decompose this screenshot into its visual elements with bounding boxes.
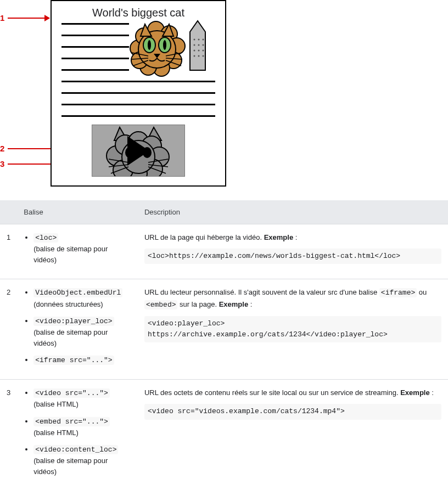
list-item: <loc> (balise de sitemap pour vidéos) — [33, 232, 131, 266]
building-icon — [190, 21, 205, 70]
description-cell: URL des octets de contenu réels sur le s… — [138, 380, 448, 479]
svg-point-7 — [194, 50, 195, 52]
row-number: 2 — [0, 279, 17, 380]
list-item: <video:player_loc> (balise de sitemap po… — [33, 315, 131, 349]
list-item: <iframe src="..."> — [33, 354, 131, 366]
tag-code: <iframe src="..."> — [33, 356, 114, 365]
example-label: Exemple — [219, 300, 248, 308]
svg-point-4 — [194, 44, 195, 46]
column-header-number — [0, 200, 17, 224]
tag-sublabel: (balise de sitemap pour vidéos) — [33, 245, 108, 264]
tag-code: <video:content_loc> — [33, 445, 118, 454]
article-illustration — [122, 16, 215, 77]
list-item: <video:content_loc> (balise de sitemap p… — [33, 444, 131, 477]
example-code: <loc>https://example.com/news/worlds-big… — [144, 249, 441, 264]
list-item: VideoObject.embedUrl (données structurée… — [33, 287, 131, 309]
arrow-icon — [8, 18, 49, 19]
tag-list: <loc> (balise de sitemap pour vidéos) — [24, 232, 131, 266]
description-text: URL de la page qui héberge la vidéo. — [144, 233, 264, 241]
tag-list: <video src="..."> (balise HTML) <embed s… — [24, 387, 131, 479]
inline-code: <embed> — [144, 300, 178, 309]
description-text: URL des octets de contenu réels sur le s… — [144, 388, 400, 397]
tag-sublabel: (balise HTML) — [33, 429, 79, 437]
description-text: URL du lecteur personnalisé. Il s'agit s… — [144, 288, 379, 296]
example-label: Exemple — [264, 233, 293, 241]
column-header-tag: Balise — [17, 200, 138, 224]
row-number: 3 — [0, 380, 17, 479]
svg-point-11 — [198, 55, 200, 57]
annotation-2-number: 2 — [0, 144, 8, 153]
example-code: <video src="videos.example.com/cats/1234… — [144, 404, 441, 419]
svg-point-3 — [203, 39, 204, 41]
svg-point-10 — [194, 55, 195, 57]
row-number: 1 — [0, 224, 17, 279]
list-item: <video src="..."> (balise HTML) — [33, 387, 131, 410]
annotation-3-number: 3 — [0, 159, 8, 168]
svg-point-8 — [198, 50, 200, 52]
tag-sublabel: (balise HTML) — [33, 400, 79, 408]
description-cell: URL de la page qui héberge la vidéo. Exe… — [138, 224, 448, 279]
tag-sublabel: (balise de sitemap pour vidéos) — [33, 328, 108, 347]
column-header-description: Description — [138, 200, 448, 224]
tag-sublabel: (données structurées) — [33, 300, 103, 308]
cat-icon — [130, 21, 185, 76]
play-icon — [127, 136, 149, 166]
table-row: 3 <video src="..."> (balise HTML) <embed… — [0, 380, 448, 479]
video-thumbnail — [92, 125, 185, 177]
description-cell: URL du lecteur personnalisé. Il s'agit s… — [138, 279, 448, 380]
svg-point-9 — [203, 50, 204, 52]
tag-code: <loc> — [33, 233, 58, 243]
svg-point-1 — [194, 39, 195, 41]
svg-point-28 — [163, 40, 166, 50]
svg-point-6 — [203, 44, 204, 46]
annotation-1-number: 1 — [0, 13, 8, 22]
svg-point-27 — [148, 40, 151, 50]
reference-table: Balise Description 1 <loc> (balise de si… — [0, 200, 448, 479]
tag-code: VideoObject.embedUrl — [33, 288, 122, 297]
diagram: 1 2 3 World's biggest cat — [0, 0, 236, 189]
tag-sublabel: (balise de sitemap pour vidéos) — [33, 457, 108, 476]
inline-code: <iframe> — [379, 288, 417, 297]
tag-code: <video src="..."> — [33, 388, 110, 398]
example-code: <video:player_loc> https://archive.examp… — [144, 316, 441, 342]
tag-code: <embed src="..."> — [33, 417, 110, 426]
webpage-mock: World's biggest cat — [51, 0, 226, 187]
tag-list: VideoObject.embedUrl (données structurée… — [24, 287, 131, 366]
svg-point-2 — [198, 39, 200, 41]
list-item: <embed src="..."> (balise HTML) — [33, 416, 131, 438]
tag-code: <video:player_loc> — [33, 317, 114, 326]
svg-point-5 — [198, 44, 200, 46]
table-row: 2 VideoObject.embedUrl (données structur… — [0, 279, 448, 380]
table-row: 1 <loc> (balise de sitemap pour vidéos) … — [0, 224, 448, 279]
svg-point-12 — [203, 55, 204, 57]
example-label: Exemple — [400, 388, 429, 397]
